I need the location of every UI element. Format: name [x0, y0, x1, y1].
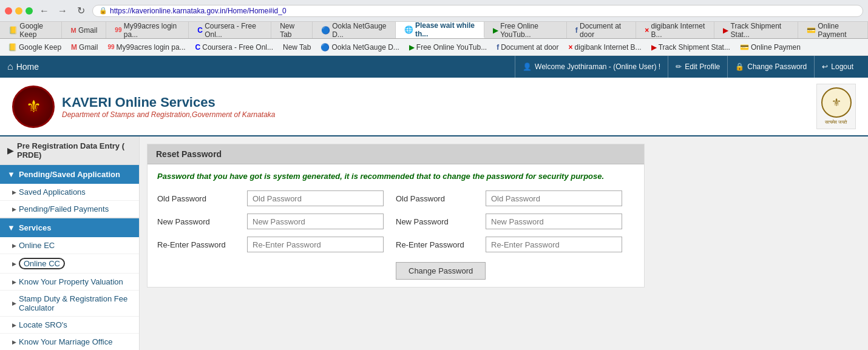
new-password-input-left[interactable] — [247, 214, 384, 229]
bookmarks-bar: 📒 Google Keep M Gmail 99 My99acres login… — [0, 39, 868, 56]
sidebar-item-know-marriage[interactable]: ▶ Know Your Marriage Office — [0, 334, 139, 350]
lock-icon: 🔒 — [735, 62, 744, 71]
bookmark-ookla[interactable]: 🔵 Ookla NetGauge D... — [316, 42, 403, 53]
tab-gmail[interactable]: M Gmail — [62, 22, 106, 38]
online-cc-label: Online CC — [19, 258, 65, 269]
url-bar[interactable]: 🔒 https://kaverionline.karnataka.gov.in/… — [92, 5, 863, 17]
edit-profile-label: Edit Profile — [685, 62, 720, 71]
new-password-label-left: New Password — [157, 217, 242, 226]
sidebar-item-stamp-duty[interactable]: ▶ Stamp Duty & Registration Fee Calculat… — [0, 291, 139, 317]
old-password-input-left[interactable] — [247, 190, 384, 206]
panel-title: Reset Password — [156, 149, 222, 159]
bookmark-my99acres[interactable]: 99 My99acres login pa... — [103, 42, 189, 53]
bookmark-label: Gmail — [79, 43, 98, 52]
re-enter-input-right[interactable] — [486, 237, 622, 252]
home-link[interactable]: Home — [7, 61, 39, 72]
new-password-input-right[interactable] — [486, 214, 622, 229]
re-enter-row-right: Re-Enter Password — [396, 237, 622, 252]
window-controls — [5, 7, 33, 15]
re-enter-row-left: Re-Enter Password — [157, 237, 384, 252]
bookmark-youtube[interactable]: ▶ Free Online YouTub... — [405, 42, 491, 53]
old-password-label-right: Old Password — [396, 194, 481, 203]
bookmark-online-payment[interactable]: 💳 Online Paymen — [736, 42, 805, 53]
tab-icon: ▶ — [723, 26, 728, 35]
old-password-row-left: Old Password — [157, 190, 384, 206]
bookmark-label: Ookla NetGauge D... — [331, 43, 399, 52]
tab-document[interactable]: f Document at door — [567, 22, 636, 38]
ssl-lock-icon: 🔒 — [99, 7, 107, 15]
change-password-btn[interactable]: 🔒 Change Password — [727, 56, 814, 78]
pending-saved-label: Pending/Saved Application — [19, 170, 120, 179]
saved-applications-label: Saved Applications — [19, 187, 86, 197]
re-enter-input-left[interactable] — [247, 237, 384, 252]
tab-coursera[interactable]: C Coursera - Free Onl... — [189, 22, 271, 38]
old-password-input-right[interactable] — [486, 190, 622, 206]
tab-digibank[interactable]: × digibank Internet B... — [636, 22, 714, 38]
pending-saved-header[interactable]: ▼ Pending/Saved Application — [0, 165, 139, 184]
sidebar-item-know-property[interactable]: ▶ Know Your Property Valuation — [0, 274, 139, 291]
site-title: KAVERI Online Services Department of Sta… — [62, 95, 276, 119]
tab-icon: M — [70, 27, 76, 34]
change-password-button[interactable]: Change Password — [396, 262, 486, 280]
national-emblem: ⚜ सत्यमेव जयते — [816, 84, 856, 129]
back-button[interactable]: ← — [36, 3, 52, 19]
bookmark-document[interactable]: f Document at door — [492, 42, 563, 53]
tab-label: Ookla NetGauge D... — [332, 22, 386, 39]
tab-my99acres[interactable]: 99 My99acres login pa... — [106, 22, 189, 38]
services-label: Services — [19, 223, 52, 232]
tab-newtab[interactable]: New Tab — [271, 22, 313, 38]
new-password-row-left: New Password — [157, 214, 384, 229]
services-header[interactable]: ▼ Services — [0, 218, 139, 237]
tab-online-payment[interactable]: 💳 Online Payment — [798, 22, 868, 38]
tab-icon: f — [575, 26, 578, 35]
bookmark-label: Google Keep — [19, 43, 61, 52]
tab-label: Online Payment — [818, 22, 859, 39]
close-window-btn[interactable] — [5, 7, 12, 15]
bookmark-newtab[interactable]: New Tab — [279, 42, 315, 53]
sidebar-item-online-ec[interactable]: ▶ Online EC — [0, 237, 139, 254]
sidebar-item-pending-failed[interactable]: ▶ Pending/Failed Payments — [0, 201, 139, 218]
stamp-duty-label: Stamp Duty & Registration Fee Calculator — [19, 294, 132, 312]
locate-sro-label: Locate SRO's — [19, 320, 67, 329]
tri-icon: ▶ — [12, 206, 16, 212]
right-nav: 👤 Welcome Jyothiraman - (Online User) ! … — [515, 56, 861, 78]
bookmark-icon: 📒 — [8, 43, 17, 52]
minimize-window-btn[interactable] — [15, 7, 22, 15]
know-property-label: Know Your Property Valuation — [19, 277, 123, 286]
bookmark-digibank[interactable]: × digibank Internet B... — [565, 42, 646, 53]
tab-track-shipment[interactable]: ▶ Track Shipment Stat... — [714, 22, 798, 38]
sidebar-item-saved-applications[interactable]: ▶ Saved Applications — [0, 184, 139, 201]
home-label: Home — [16, 62, 39, 72]
tab-icon: 99 — [115, 27, 121, 33]
prde-header[interactable]: ▶ Pre Registration Data Entry ( PRDE) — [0, 136, 139, 164]
pending-failed-label: Pending/Failed Payments — [19, 204, 109, 214]
edit-profile-btn[interactable]: ✏ Edit Profile — [668, 56, 727, 78]
form-col-left: Old Password New Password Re-Enter Passw… — [157, 190, 396, 280]
new-password-row-right: New Password — [396, 214, 622, 229]
site-name: KAVERI Online Services — [62, 95, 276, 110]
tab-icon: C — [197, 26, 203, 35]
tab-google-keep[interactable]: 📒 Google Keep — [0, 22, 62, 38]
tri-icon: ▶ — [12, 322, 16, 328]
tab-current[interactable]: 🌐 Please wait while th... — [396, 22, 484, 38]
tab-label: Google Keep — [19, 22, 53, 39]
sidebar-item-locate-sro[interactable]: ▶ Locate SRO's — [0, 317, 139, 334]
tab-label: New Tab — [280, 22, 303, 39]
tab-label: Coursera - Free Onl... — [205, 22, 262, 39]
maximize-window-btn[interactable] — [25, 7, 33, 15]
tri-icon: ▶ — [12, 300, 16, 306]
bookmark-gmail[interactable]: M Gmail — [67, 42, 102, 53]
bookmark-track-shipment[interactable]: ▶ Track Shipment Stat... — [647, 42, 734, 53]
bookmark-coursera[interactable]: C Coursera - Free Onl... — [191, 42, 277, 53]
bookmark-keep[interactable]: 📒 Google Keep — [4, 42, 66, 53]
tab-icon: ▶ — [493, 26, 498, 35]
sidebar-item-online-cc[interactable]: ▶ Online CC — [0, 254, 139, 274]
tab-youtube[interactable]: ▶ Free Online YouTub... — [484, 22, 567, 38]
reload-button[interactable]: ↻ — [73, 3, 89, 19]
tab-ookla[interactable]: 🔵 Ookla NetGauge D... — [313, 22, 396, 38]
bookmark-icon: 99 — [107, 44, 114, 50]
re-enter-label-right: Re-Enter Password — [396, 240, 481, 249]
logout-btn[interactable]: ↩ Logout — [814, 56, 861, 78]
forward-button[interactable]: → — [55, 3, 70, 19]
logo-area: KAVERI Online Services Department of Sta… — [12, 86, 276, 128]
